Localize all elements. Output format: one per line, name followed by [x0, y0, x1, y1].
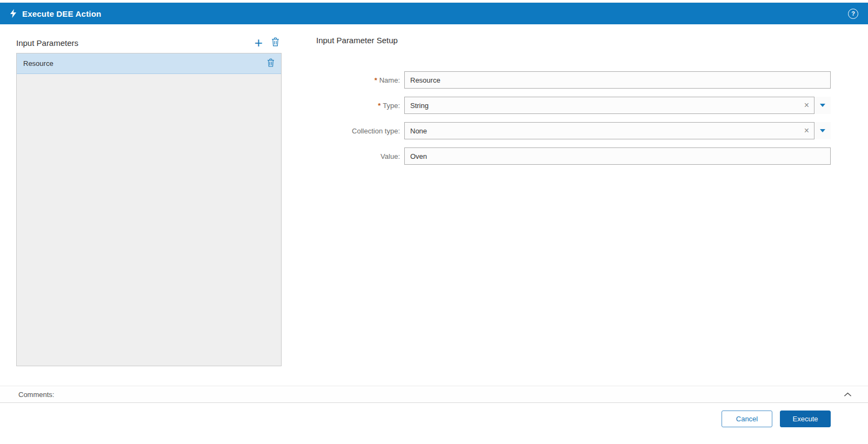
input-parameters-panel: Input Parameters + Resource	[16, 36, 282, 366]
dialog-footer: Cancel Execute	[0, 403, 868, 444]
parameter-name: Resource	[23, 59, 54, 68]
dialog-title: Execute DEE Action	[22, 9, 101, 18]
lightning-icon	[10, 9, 17, 18]
required-asterisk: *	[378, 102, 380, 110]
comments-label: Comments:	[18, 391, 54, 399]
chevron-down-icon	[820, 129, 825, 132]
value-row: Value:	[316, 147, 831, 165]
type-row: * Type: ×	[316, 97, 831, 114]
required-asterisk: *	[375, 76, 377, 84]
parameter-list[interactable]: Resource	[16, 53, 282, 366]
type-label: * Type:	[316, 102, 400, 110]
trash-icon	[267, 58, 275, 69]
comments-bar[interactable]: Comments:	[0, 386, 868, 403]
dialog-header: Execute DEE Action ?	[0, 3, 868, 24]
setup-title: Input Parameter Setup	[316, 36, 831, 50]
collection-type-dropdown-button[interactable]	[814, 122, 831, 139]
clear-icon[interactable]: ×	[804, 101, 809, 110]
chevron-up-icon[interactable]	[844, 392, 852, 397]
name-input[interactable]	[404, 71, 831, 89]
add-parameter-button[interactable]: +	[255, 37, 263, 48]
chevron-down-icon	[820, 104, 825, 107]
name-row: * Name:	[316, 71, 831, 89]
collection-type-row: Collection type: ×	[316, 122, 831, 139]
name-label: * Name:	[316, 76, 400, 84]
value-label: Value:	[316, 152, 400, 160]
input-parameter-setup-panel: Input Parameter Setup * Name: * Type: ×	[316, 36, 831, 173]
input-parameters-title: Input Parameters	[16, 38, 78, 48]
type-combobox[interactable]	[404, 97, 831, 114]
help-icon[interactable]: ?	[848, 9, 858, 19]
type-dropdown-button[interactable]	[814, 97, 831, 114]
cancel-button[interactable]: Cancel	[722, 411, 772, 427]
delete-parameter-button[interactable]	[271, 37, 279, 48]
help-glyph: ?	[851, 10, 855, 17]
clear-icon[interactable]: ×	[804, 126, 809, 135]
value-input[interactable]	[404, 147, 831, 165]
trash-icon	[271, 37, 279, 48]
delete-row-button[interactable]	[267, 58, 275, 69]
execute-button[interactable]: Execute	[780, 411, 831, 427]
collection-type-label: Collection type:	[316, 127, 400, 135]
parameter-form: * Name: * Type: × Collection type:	[316, 71, 831, 165]
list-item[interactable]: Resource	[17, 53, 281, 74]
collection-type-combobox[interactable]	[404, 122, 831, 139]
input-parameters-header: Input Parameters +	[16, 36, 282, 50]
